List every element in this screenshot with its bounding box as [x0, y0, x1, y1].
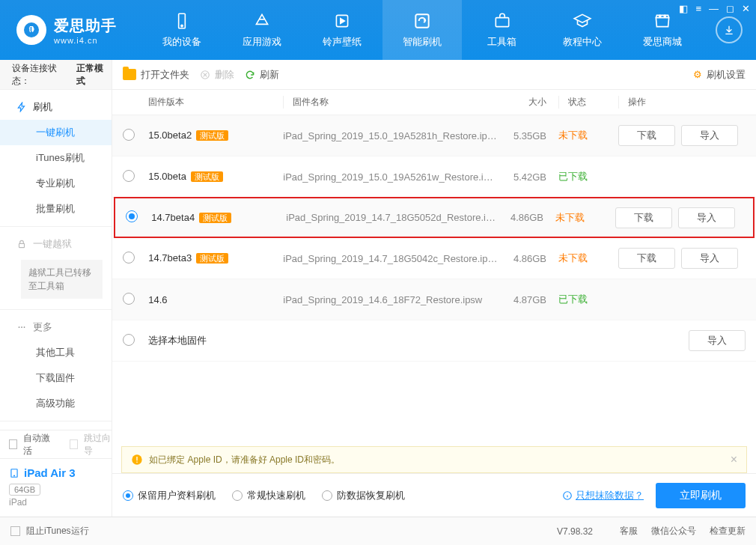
wechat-button[interactable]: 微信公众号: [651, 525, 696, 538]
firmware-size: 5.42GB: [513, 171, 546, 183]
skin-icon[interactable]: ◧: [679, 3, 688, 14]
column-size: 大小: [499, 96, 558, 109]
import-button[interactable]: 导入: [689, 330, 746, 351]
beta-badge: 测试版: [196, 130, 228, 141]
nav-toolbox[interactable]: 工具箱: [462, 0, 542, 60]
firmware-size: 4.87GB: [513, 294, 546, 305]
option-anti-recover[interactable]: 防数据恢复刷机: [322, 489, 405, 502]
import-button[interactable]: 导入: [681, 248, 738, 269]
firmware-name: iPad_Spring_2019_14.7_18G5042c_Restore.i…: [283, 253, 497, 264]
connection-status: 设备连接状态：正常模式: [0, 60, 112, 90]
sidebar-section-flash[interactable]: 刷机: [0, 94, 112, 120]
svg-rect-4: [415, 14, 428, 27]
svg-text:iU: iU: [28, 25, 36, 34]
radio-select[interactable]: [123, 293, 135, 305]
download-button[interactable]: 下载: [618, 125, 675, 146]
firmware-version: 15.0beta2: [148, 130, 192, 141]
flash-options-bar: 保留用户资料刷机 常规快速刷机 防数据恢复刷机 只想抹除数据？ 立即刷机: [112, 473, 756, 517]
nav-apps[interactable]: 应用游戏: [222, 0, 302, 60]
beta-badge: 测试版: [191, 171, 223, 182]
nav-ringtone[interactable]: 铃声壁纸: [302, 0, 382, 60]
delete-icon: [200, 70, 210, 80]
skip-guide-checkbox[interactable]: [70, 439, 78, 449]
table-row[interactable]: 14.7beta3测试版 iPad_Spring_2019_14.7_18G50…: [112, 238, 756, 279]
notice-close-icon[interactable]: ×: [731, 453, 737, 466]
firmware-status: 已下载: [558, 171, 588, 182]
main-content: 打开文件夹 删除 刷新 ⚙刷机设置 固件版本 固件名称 大小 状态 操作 15.…: [112, 60, 756, 517]
firmware-version: 14.7beta4: [151, 212, 195, 223]
firmware-name: iPad_Spring_2019_15.0_19A5281h_Restore.i…: [283, 130, 497, 141]
menu-icon[interactable]: ≡: [695, 3, 701, 14]
option-normal[interactable]: 常规快速刷机: [232, 489, 305, 502]
notice-bar: 如已绑定 Apple ID，请准备好 Apple ID和密码。 ×: [121, 446, 747, 473]
table-row[interactable]: 14.7beta4测试版 iPad_Spring_2019_14.7_18G50…: [114, 197, 755, 238]
local-firmware-row[interactable]: 选择本地固件 导入: [112, 320, 756, 362]
svg-point-6: [659, 15, 660, 16]
svg-rect-8: [19, 243, 25, 247]
device-storage: 64GB: [9, 484, 40, 496]
erase-data-link[interactable]: 只想抹除数据？: [562, 489, 644, 502]
nav-tutorial[interactable]: 教程中心: [542, 0, 622, 60]
maximize-icon[interactable]: ◻: [726, 3, 734, 14]
device-name[interactable]: iPad Air 3: [9, 466, 103, 479]
nav-flash[interactable]: 智能刷机: [382, 0, 463, 60]
radio-select[interactable]: [123, 170, 135, 182]
minimize-icon[interactable]: —: [709, 3, 719, 14]
table-row[interactable]: 14.6 iPad_Spring_2019_14.6_18F72_Restore…: [112, 279, 756, 320]
firmware-version: 14.7beta3: [148, 252, 192, 264]
svg-rect-16: [137, 457, 138, 460]
download-button[interactable]: 下载: [615, 207, 672, 228]
more-icon: [16, 322, 27, 332]
import-button[interactable]: 导入: [678, 207, 735, 228]
firmware-name: iPad_Spring_2019_14.6_18F72_Restore.ipsw: [283, 294, 482, 305]
column-name: 固件名称: [283, 96, 499, 109]
delete-button[interactable]: 删除: [200, 68, 234, 82]
nav-my-device[interactable]: 我的设备: [142, 0, 222, 60]
close-icon[interactable]: ✕: [742, 3, 750, 14]
refresh-icon: [245, 70, 255, 80]
sidebar: 设备连接状态：正常模式 刷机 一键刷机 iTunes刷机 专业刷机 批量刷机 一…: [0, 60, 112, 517]
sidebar-item-other[interactable]: 其他工具: [0, 340, 112, 365]
sidebar-item-pro[interactable]: 专业刷机: [0, 171, 112, 196]
brand-logo: iU 爱思助手 www.i4.cn: [0, 15, 142, 45]
sidebar-item-advanced[interactable]: 高级功能: [0, 391, 112, 416]
main-nav: 我的设备 应用游戏 铃声壁纸 智能刷机 工具箱 教程中心 爱思商城: [142, 0, 702, 60]
flash-now-button[interactable]: 立即刷机: [656, 483, 746, 508]
radio-select[interactable]: [126, 210, 138, 222]
logo-icon: iU: [16, 15, 46, 45]
block-itunes-checkbox[interactable]: [10, 526, 20, 536]
sidebar-item-download-fw[interactable]: 下载固件: [0, 365, 112, 391]
sidebar-item-oneclick[interactable]: 一键刷机: [0, 120, 112, 145]
sidebar-section-more[interactable]: 更多: [0, 314, 112, 340]
customer-service-button[interactable]: 客服: [620, 525, 638, 538]
open-folder-button[interactable]: 打开文件夹: [123, 68, 189, 82]
check-update-button[interactable]: 检查更新: [710, 525, 746, 538]
beta-badge: 测试版: [199, 213, 231, 223]
sidebar-item-itunes[interactable]: iTunes刷机: [0, 145, 112, 171]
firmware-size: 4.86GB: [513, 253, 546, 264]
auto-activate-checkbox[interactable]: [9, 439, 17, 449]
app-header: iU 爱思助手 www.i4.cn 我的设备 应用游戏 铃声壁纸 智能刷机 工具…: [0, 0, 756, 60]
sidebar-item-batch[interactable]: 批量刷机: [0, 196, 112, 222]
radio-select[interactable]: [123, 129, 135, 141]
refresh-button[interactable]: 刷新: [245, 68, 279, 82]
radio-select[interactable]: [123, 252, 135, 264]
firmware-status: 未下载: [558, 130, 588, 141]
flash-settings-button[interactable]: ⚙刷机设置: [693, 68, 746, 82]
folder-icon: [123, 69, 136, 80]
firmware-name: iPad_Spring_2019_15.0_19A5261w_Restore.i…: [283, 171, 493, 183]
download-button[interactable]: 下载: [618, 248, 675, 269]
footer: 阻止iTunes运行 V7.98.32 客服 微信公众号 检查更新: [0, 517, 756, 545]
firmware-status: 未下载: [555, 212, 585, 223]
table-header: 固件版本 固件名称 大小 状态 操作: [112, 90, 756, 115]
toolbar: 打开文件夹 删除 刷新 ⚙刷机设置: [112, 60, 756, 90]
import-button[interactable]: 导入: [681, 125, 738, 146]
table-row[interactable]: 15.0beta2测试版 iPad_Spring_2019_15.0_19A52…: [112, 115, 756, 156]
version-label: V7.98.32: [557, 526, 593, 537]
download-manager-icon[interactable]: [716, 16, 743, 43]
column-status: 状态: [558, 96, 618, 109]
column-version: 固件版本: [148, 96, 283, 109]
radio-local[interactable]: [123, 334, 135, 346]
table-row[interactable]: 15.0beta测试版 iPad_Spring_2019_15.0_19A526…: [112, 156, 756, 198]
option-keep-data[interactable]: 保留用户资料刷机: [123, 489, 216, 502]
